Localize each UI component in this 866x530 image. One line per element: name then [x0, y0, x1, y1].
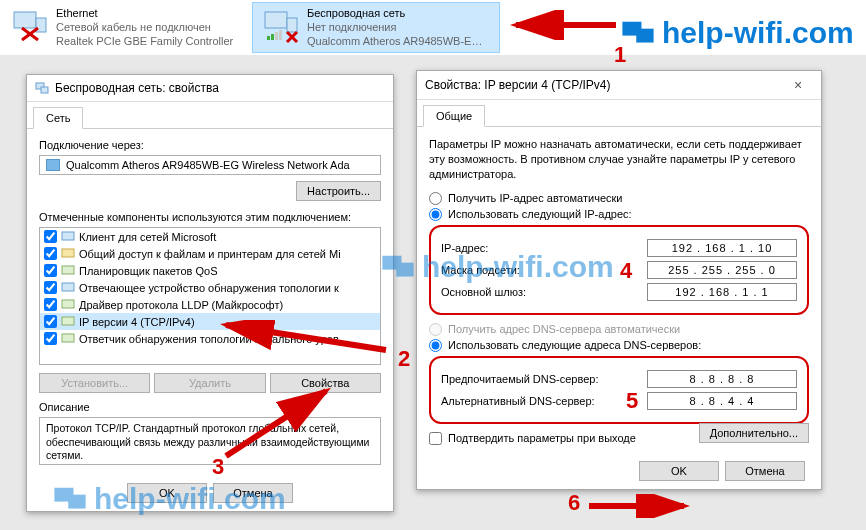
list-item[interactable]: Отвечающее устройство обнаружения тополо… — [40, 279, 380, 296]
responder-icon — [61, 282, 75, 294]
radio-auto-dns-input — [429, 323, 442, 336]
radio-auto-ip[interactable]: Получить IP-адрес автоматически — [429, 192, 809, 205]
adapter-name: Ethernet — [56, 7, 233, 21]
network-adapters-bar: Ethernet Сетевой кабель не подключен Rea… — [0, 0, 866, 55]
adapter-field: Qualcomm Atheros AR9485WB-EG Wireless Ne… — [39, 155, 381, 175]
svg-rect-19 — [62, 283, 74, 291]
gateway-label: Основной шлюз: — [441, 286, 647, 298]
ok-button[interactable]: OK — [127, 483, 207, 503]
lldp-icon — [61, 299, 75, 311]
titlebar[interactable]: Свойства: IP версии 4 (TCP/IPv4) × — [417, 71, 821, 100]
component-checkbox[interactable] — [44, 281, 57, 294]
list-item[interactable]: Планировщик пакетов QoS — [40, 262, 380, 279]
dialog-buttons: OK Отмена — [27, 475, 393, 511]
component-checkbox[interactable] — [44, 315, 57, 328]
radio-auto-dns[interactable]: Получить адрес DNS-сервера автоматически — [429, 323, 809, 336]
svg-rect-22 — [62, 334, 74, 342]
ipv4-properties-window: Свойства: IP версии 4 (TCP/IPv4) × Общие… — [416, 70, 822, 490]
share-icon — [61, 248, 75, 260]
install-button[interactable]: Установить... — [39, 373, 150, 393]
list-item[interactable]: Клиент для сетей Microsoft — [40, 228, 380, 245]
ok-button[interactable]: OK — [639, 461, 719, 481]
gateway-field[interactable]: 192 . 168 . 1 . 1 — [647, 283, 797, 301]
ip-group: IP-адрес: 192 . 168 . 1 . 10 Маска подсе… — [429, 225, 809, 315]
list-item[interactable]: Общий доступ к файлам и принтерам для се… — [40, 245, 380, 262]
svg-rect-21 — [62, 317, 74, 325]
tab-network[interactable]: Сеть — [33, 107, 83, 129]
list-item[interactable]: Драйвер протокола LLDP (Майкрософт) — [40, 296, 380, 313]
adapter-field-text: Qualcomm Atheros AR9485WB-EG Wireless Ne… — [66, 159, 350, 171]
arrow-6 — [584, 494, 694, 518]
radio-manual-ip[interactable]: Использовать следующий IP-адрес: — [429, 208, 809, 221]
radio-auto-ip-input[interactable] — [429, 192, 442, 205]
svg-rect-9 — [279, 30, 282, 40]
annotation-4: 4 — [620, 258, 632, 284]
adapter-status: Сетевой кабель не подключен — [56, 21, 233, 35]
window-title: Свойства: IP версии 4 (TCP/IPv4) — [425, 78, 611, 92]
svg-rect-17 — [62, 249, 74, 257]
responder2-icon — [61, 333, 75, 345]
adapter-device: Qualcomm Atheros AR9485WB-E… — [307, 35, 482, 49]
adapter-wireless[interactable]: Беспроводная сеть Нет подключения Qualco… — [252, 2, 500, 53]
mask-field[interactable]: 255 . 255 . 255 . 0 — [647, 261, 797, 279]
components-list[interactable]: Клиент для сетей Microsoft Общий доступ … — [39, 227, 381, 365]
dns1-field[interactable]: 8 . 8 . 8 . 8 — [647, 370, 797, 388]
adapter-status: Нет подключения — [307, 21, 482, 35]
component-checkbox[interactable] — [44, 264, 57, 277]
svg-rect-7 — [271, 34, 274, 40]
description-section: Описание Протокол TCP/IP. Стандартный пр… — [39, 401, 381, 465]
advanced-button[interactable]: Дополнительно... — [699, 423, 809, 443]
description-label: Описание — [39, 401, 381, 413]
annotation-1: 1 — [614, 42, 626, 68]
dns2-field[interactable]: 8 . 8 . 4 . 4 — [647, 392, 797, 410]
component-checkbox[interactable] — [44, 230, 57, 243]
tab-general[interactable]: Общие — [423, 105, 485, 127]
wireless-icon — [261, 10, 301, 46]
list-item-ipv4[interactable]: IP версии 4 (TCP/IPv4) — [40, 313, 380, 330]
properties-button[interactable]: Свойства — [270, 373, 381, 393]
svg-rect-5 — [287, 18, 297, 32]
qos-icon — [61, 265, 75, 277]
ipv4-icon — [61, 316, 75, 328]
titlebar[interactable]: Беспроводная сеть: свойства — [27, 75, 393, 102]
ip-label: IP-адрес: — [441, 242, 647, 254]
dns1-label: Предпочитаемый DNS-сервер: — [441, 373, 647, 385]
dns2-label: Альтернативный DNS-сервер: — [441, 395, 647, 407]
tabstrip: Общие — [417, 100, 821, 127]
radio-manual-dns-input[interactable] — [429, 339, 442, 352]
dns-group: Предпочитаемый DNS-сервер: 8 . 8 . 8 . 8… — [429, 356, 809, 424]
annotation-6: 6 — [568, 490, 580, 516]
tabstrip: Сеть — [27, 102, 393, 129]
cancel-button[interactable]: Отмена — [725, 461, 805, 481]
validate-checkbox[interactable] — [429, 432, 442, 445]
svg-rect-16 — [62, 232, 74, 240]
list-item[interactable]: Ответчик обнаружения топологии канальног… — [40, 330, 380, 347]
close-button[interactable]: × — [783, 77, 813, 93]
component-checkbox[interactable] — [44, 298, 57, 311]
component-checkbox[interactable] — [44, 247, 57, 260]
intro-paragraph: Параметры IP можно назначать автоматичес… — [429, 137, 809, 182]
adapter-device: Realtek PCIe GBE Family Controller — [56, 35, 233, 49]
svg-rect-8 — [275, 32, 278, 40]
mask-label: Маска подсети: — [441, 264, 647, 276]
remove-button[interactable]: Удалить — [154, 373, 265, 393]
adapter-ethernet[interactable]: Ethernet Сетевой кабель не подключен Rea… — [2, 2, 250, 53]
svg-rect-24 — [396, 263, 413, 277]
connect-via-label: Подключение через: — [39, 139, 381, 151]
svg-rect-20 — [62, 300, 74, 308]
svg-rect-18 — [62, 266, 74, 274]
svg-rect-4 — [265, 12, 287, 28]
component-checkbox[interactable] — [44, 332, 57, 345]
svg-rect-6 — [267, 36, 270, 40]
cancel-button[interactable]: Отмена — [213, 483, 293, 503]
configure-button[interactable]: Настроить... — [296, 181, 381, 201]
svg-rect-0 — [14, 12, 36, 28]
window-title: Беспроводная сеть: свойства — [55, 81, 219, 95]
radio-manual-ip-input[interactable] — [429, 208, 442, 221]
radio-manual-dns[interactable]: Использовать следующие адреса DNS-сервер… — [429, 339, 809, 352]
client-icon — [61, 231, 75, 243]
annotation-2: 2 — [398, 346, 410, 372]
adapter-properties-window: Беспроводная сеть: свойства Сеть Подключ… — [26, 74, 394, 512]
adapter-name: Беспроводная сеть — [307, 7, 482, 21]
ip-field[interactable]: 192 . 168 . 1 . 10 — [647, 239, 797, 257]
